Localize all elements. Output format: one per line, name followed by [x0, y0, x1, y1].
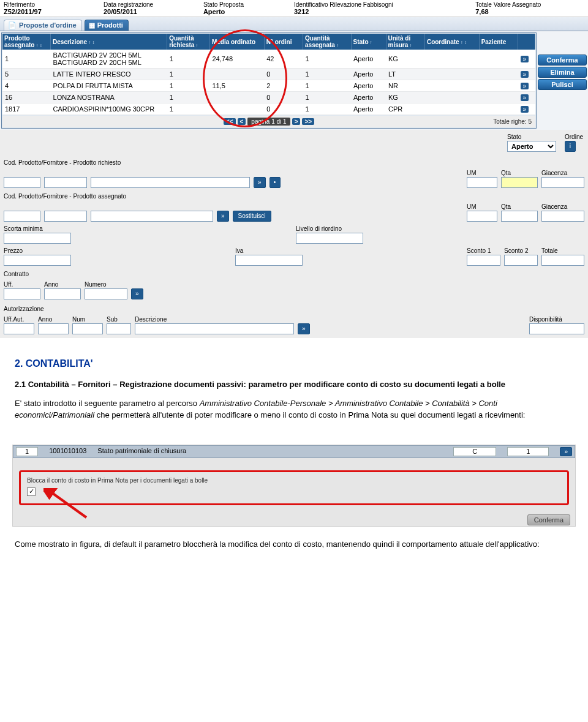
hf-label-0: Riferimento	[4, 1, 104, 8]
aanno-input[interactable]	[38, 323, 69, 334]
col-qa[interactable]: Quantità assegnata↑	[303, 34, 351, 50]
giac1-label: Giacenza	[541, 170, 584, 176]
sub-conferma-btn[interactable]: Conferma	[527, 514, 570, 525]
sc1-input[interactable]	[467, 255, 500, 266]
cnum-input[interactable]	[85, 288, 127, 299]
row-open-btn[interactable]: »	[521, 83, 529, 89]
asub-input[interactable]	[107, 323, 131, 334]
table-row[interactable]: 1817CARDIOASPIRIN*100MG 30CPR101ApertoCP…	[2, 103, 535, 115]
row-open-btn[interactable]: »	[521, 56, 529, 62]
col-descrizione[interactable]: Descrizione↑ ↕	[51, 34, 167, 50]
sec1-label: Cod. Prodotto/Fornitore - Prodotto richi…	[4, 159, 584, 166]
doc-p2: Come mostrato in figura, di default il p…	[15, 539, 573, 551]
adescr-label: Descrizione	[135, 316, 294, 323]
cuff-input[interactable]	[4, 288, 40, 299]
btn-sostituisci[interactable]: Sostituisci	[233, 211, 271, 222]
asg-code2[interactable]	[44, 211, 87, 222]
ordine-info-btn[interactable]: i	[565, 141, 576, 152]
req-extra-btn[interactable]: •	[270, 177, 281, 188]
cuff-label: Uff.	[4, 281, 40, 288]
btn-elimina[interactable]: Elimina	[538, 67, 587, 78]
aut-search-btn[interactable]: »	[298, 323, 310, 334]
um2-label: UM	[467, 203, 497, 210]
iva-label: Iva	[235, 247, 303, 254]
tab-proposte[interactable]: 📄Proposte d'ordine	[4, 20, 82, 31]
sub-row-btn[interactable]: »	[560, 447, 572, 456]
canno-input[interactable]	[44, 288, 81, 299]
disp-input[interactable]	[529, 323, 584, 334]
sc2-input[interactable]	[504, 255, 538, 266]
sec2-label: Cod. Prodotto/Fornitore - Prodotto asseg…	[4, 193, 584, 200]
sub-c0: 1	[16, 447, 38, 456]
anum-label: Num	[72, 316, 103, 323]
col-um[interactable]: Unità di misura↑	[386, 34, 424, 50]
table-row[interactable]: 4POLPA DI FRUTTA MISTA111,521ApertoNR»	[2, 80, 535, 92]
iva-input[interactable]	[235, 255, 303, 266]
scorta-label: Scorta minima	[4, 225, 71, 232]
col-media[interactable]: Media ordinato	[209, 34, 264, 50]
qta1-input[interactable]	[501, 177, 538, 188]
scorta-input[interactable]	[4, 233, 71, 244]
btn-conferma[interactable]: Conferma	[538, 55, 587, 66]
row-open-btn[interactable]: »	[521, 71, 529, 78]
req-code1[interactable]	[4, 177, 40, 188]
asg-search-btn[interactable]: »	[217, 211, 229, 222]
stato-select[interactable]: Aperto	[507, 141, 556, 152]
block-checkbox[interactable]: ✓	[27, 487, 36, 496]
qta1-label: Qta	[501, 170, 538, 176]
svg-line-0	[50, 491, 86, 517]
pager: << < pagina 1 di 1 > >> Totale righe: 5	[2, 116, 535, 127]
pager-prev[interactable]: <	[238, 118, 246, 125]
req-code2[interactable]	[44, 177, 87, 188]
btn-pulisci[interactable]: Pulisci	[538, 79, 587, 90]
pager-text: pagina 1 di 1	[247, 118, 290, 126]
prezzo-input[interactable]	[4, 255, 71, 266]
stato-field: Stato Aperto	[507, 133, 556, 152]
sc2-label: Sconto 2	[504, 247, 538, 254]
qta2-label: Qta	[501, 203, 538, 210]
col-action	[518, 34, 535, 50]
req-search-btn[interactable]: »	[254, 177, 266, 188]
pager-last[interactable]: >>	[302, 118, 314, 125]
qta2-input[interactable]	[501, 211, 538, 222]
pager-next[interactable]: >	[292, 118, 301, 125]
side-buttons: Conferma Elimina Pulisci	[538, 32, 587, 129]
contratto-search-btn[interactable]: »	[131, 288, 143, 299]
col-prodotto[interactable]: Prodotto assegnato↑ ↕	[2, 34, 51, 50]
hf-label-2: Stato Proposta	[203, 1, 294, 8]
um1-input[interactable]	[467, 177, 497, 188]
col-paz[interactable]: Paziente	[479, 34, 518, 50]
anum-input[interactable]	[72, 323, 103, 334]
pager-first[interactable]: <<	[224, 118, 236, 125]
um2-input[interactable]	[467, 211, 497, 222]
asg-desc[interactable]	[91, 211, 213, 222]
asg-code1[interactable]	[4, 211, 40, 222]
doc-p1a: E' stato introdotto il seguente parametr…	[15, 399, 200, 408]
table-row[interactable]: 5LATTE INTERO FRESCO101ApertoLT»	[2, 69, 535, 80]
tot-input[interactable]	[541, 255, 584, 266]
adescr-input[interactable]	[135, 323, 294, 334]
giac2-label: Giacenza	[541, 203, 584, 210]
row-open-btn[interactable]: »	[521, 94, 529, 101]
doc-icon: 📄	[8, 21, 17, 29]
sub-c1: 1001010103	[49, 447, 86, 456]
table-row[interactable]: 16LONZA NOSTRANA101ApertoKG»	[2, 92, 535, 103]
giac2-input[interactable]	[541, 211, 584, 222]
col-qr[interactable]: Quantità richiesta↑	[167, 34, 210, 50]
stato-label: Stato	[507, 133, 556, 140]
col-nord[interactable]: N° ordini	[264, 34, 303, 50]
form-area: Cod. Prodotto/Fornitore - Prodotto richi…	[0, 153, 588, 338]
req-desc[interactable]	[91, 177, 250, 188]
auff-input[interactable]	[4, 323, 34, 334]
hf-label-3: Identificativo Rilevazione Fabbisogni	[294, 1, 475, 8]
row-open-btn[interactable]: »	[521, 106, 529, 113]
col-stato[interactable]: Stato↑	[351, 34, 386, 50]
cnum-label: Numero	[85, 281, 127, 288]
sub-c4: 1	[507, 447, 549, 456]
col-coord[interactable]: Coordinate↑ ↕	[424, 34, 479, 50]
livello-input[interactable]	[296, 233, 363, 244]
table-row[interactable]: 1BACTIGUARD 2V 20CH 5ML BACTIGUARD 2V 20…	[2, 50, 535, 69]
giac1-input[interactable]	[541, 177, 584, 188]
tab-prodotti[interactable]: ▦Prodotti	[85, 20, 129, 31]
sub-c3: C	[453, 447, 496, 456]
